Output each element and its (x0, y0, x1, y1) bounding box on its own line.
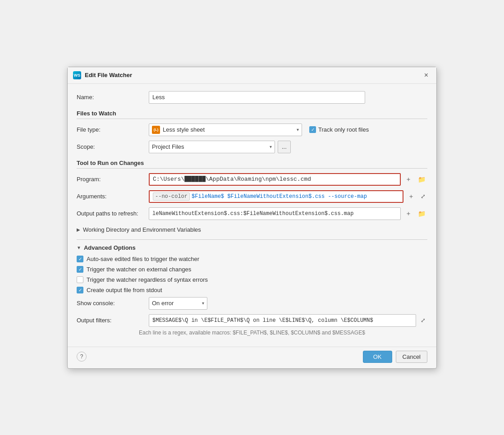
close-button[interactable]: × (422, 71, 431, 80)
files-to-watch-header: Files to Watch (77, 110, 427, 119)
arguments-row: Arguments: --no-color $FileName$ $FileNa… (77, 190, 427, 203)
scope-label: Scope: (77, 143, 149, 150)
ok-button[interactable]: OK (363, 351, 392, 363)
show-console-select[interactable]: On error Always Never (152, 300, 204, 307)
program-row: Program: ＋ 📁 (77, 173, 427, 186)
arguments-input[interactable]: --no-color $FileName$ $FileNameWithoutEx… (149, 190, 403, 203)
show-console-label: Show console: (77, 300, 149, 307)
name-row: Name: (77, 91, 427, 104)
track-only-label: Track only root files (318, 126, 369, 133)
dialog-title: Edit File Watcher (85, 72, 132, 78)
stdout-checkbox[interactable]: ✓ (77, 287, 83, 293)
help-button[interactable]: ? (77, 352, 87, 362)
output-filters-expand-button[interactable]: ⤢ (419, 316, 427, 325)
scope-dropdown[interactable]: Project Files Project Production Files C… (149, 141, 275, 153)
advanced-triangle-icon: ▼ (77, 245, 81, 250)
track-only-container: ✓ Track only root files (309, 126, 369, 133)
file-type-control: {L} Less style sheet ▾ ✓ Track only root… (149, 124, 427, 136)
arguments-label: Arguments: (77, 193, 149, 200)
output-paths-row: Output paths to refresh: ＋ 📁 (77, 207, 427, 220)
autosave-checkbox[interactable]: ✓ (77, 256, 83, 262)
program-add-button[interactable]: ＋ (403, 174, 413, 184)
working-dir-label: Working Directory and Environment Variab… (83, 226, 201, 233)
output-filters-input[interactable] (149, 314, 416, 327)
cancel-button[interactable]: Cancel (396, 351, 427, 363)
track-only-checkbox[interactable]: ✓ (309, 126, 316, 133)
output-paths-add-button[interactable]: ＋ (403, 209, 413, 219)
advanced-options-section: ▼ Advanced Options ✓ Auto-save edited fi… (77, 239, 427, 336)
show-console-row: Show console: On error Always Never ▾ (77, 297, 427, 310)
filetype-value: Less style sheet (163, 126, 294, 133)
checkbox-syntax-row: Trigger the watcher regardless of syntax… (77, 276, 427, 283)
working-dir-triangle-icon: ▶ (77, 227, 80, 232)
file-type-label: File type: (77, 126, 149, 133)
advanced-options-label: Advanced Options (84, 244, 136, 251)
external-checkbox[interactable]: ✓ (77, 266, 83, 273)
footer-buttons: OK Cancel (363, 351, 427, 363)
output-paths-label: Output paths to refresh: (77, 210, 149, 217)
checkbox-autosave-row: ✓ Auto-save edited files to trigger the … (77, 256, 427, 262)
filetype-icon: {L} (152, 126, 160, 134)
args-colored-part: $FileName$ $FileNameWithoutExtension$.cs… (192, 193, 367, 200)
output-filters-row: Output filters: ⤢ (77, 314, 427, 327)
output-filters-control: ⤢ (149, 314, 427, 327)
name-input[interactable] (149, 91, 365, 104)
program-control: ＋ 📁 (149, 173, 427, 186)
autosave-label: Auto-save edited files to trigger the wa… (87, 256, 199, 262)
file-type-dropdown[interactable]: {L} Less style sheet ▾ (149, 124, 302, 136)
output-paths-control: ＋ 📁 (149, 207, 427, 220)
filetype-arrow-icon: ▾ (297, 127, 299, 132)
scope-select[interactable]: Project Files Project Production Files C… (152, 143, 272, 150)
scope-ellipsis-button[interactable]: ... (278, 141, 291, 153)
external-label: Trigger the watcher on external changes (87, 266, 191, 273)
title-bar-left: WS Edit File Watcher (73, 71, 132, 79)
scope-row: Scope: Project Files Project Production … (77, 141, 427, 153)
tool-to-run-header: Tool to Run on Changes (77, 160, 427, 169)
show-console-dropdown[interactable]: On error Always Never ▾ (149, 297, 207, 310)
output-filters-hint: Each line is a regex, available macros: … (77, 330, 427, 336)
program-label: Program: (77, 176, 149, 183)
working-dir-section: ▶ Working Directory and Environment Vari… (77, 224, 427, 235)
advanced-options-header[interactable]: ▼ Advanced Options (77, 244, 427, 251)
syntax-checkbox[interactable] (77, 276, 83, 283)
working-dir-header[interactable]: ▶ Working Directory and Environment Vari… (77, 224, 427, 235)
output-paths-browse-button[interactable]: 📁 (416, 209, 427, 218)
file-type-row: File type: {L} Less style sheet ▾ ✓ Trac… (77, 124, 427, 136)
output-filters-label: Output filters: (77, 317, 149, 324)
program-browse-button[interactable]: 📁 (416, 175, 427, 184)
arguments-control: --no-color $FileName$ $FileNameWithoutEx… (149, 190, 427, 203)
arguments-add-button[interactable]: ＋ (406, 192, 416, 201)
app-icon: WS (73, 71, 81, 79)
edit-file-watcher-dialog: WS Edit File Watcher × Name: Files to Wa… (67, 67, 437, 369)
syntax-label: Trigger the watcher regardless of syntax… (87, 276, 208, 283)
name-control (149, 91, 427, 104)
stdout-label: Create output file from stdout (87, 287, 162, 293)
checkbox-stdout-row: ✓ Create output file from stdout (77, 287, 427, 293)
args-no-color-part: --no-color (153, 192, 190, 201)
name-label: Name: (77, 94, 149, 101)
scope-control: Project Files Project Production Files C… (149, 141, 427, 153)
arguments-expand-button[interactable]: ⤢ (419, 192, 427, 201)
title-bar: WS Edit File Watcher × (68, 67, 436, 84)
output-paths-input[interactable] (149, 207, 401, 220)
program-input[interactable] (149, 173, 401, 186)
dialog-content: Name: Files to Watch File type: {L} Less… (68, 84, 436, 347)
checkbox-external-row: ✓ Trigger the watcher on external change… (77, 266, 427, 273)
dialog-footer: ? OK Cancel (68, 347, 436, 368)
